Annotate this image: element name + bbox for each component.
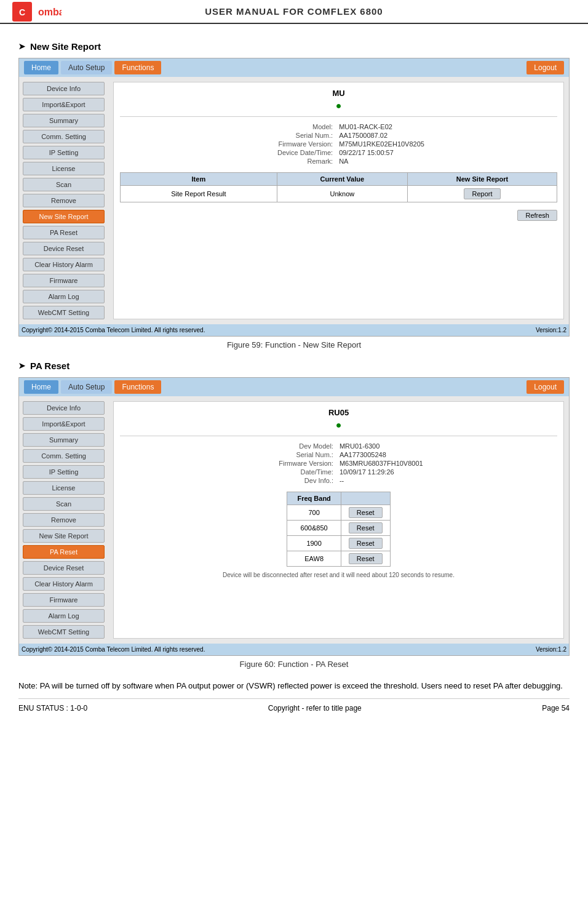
devinfo-value-2: -- bbox=[340, 477, 557, 484]
pa-reset-cell-3: Reset bbox=[341, 551, 390, 567]
pa-col2-header bbox=[341, 492, 390, 505]
remark-label-1: Remark: bbox=[145, 158, 333, 165]
figure-caption-1: Figure 59: Function - New Site Report bbox=[18, 340, 570, 349]
row1-value: Unknow bbox=[277, 186, 407, 202]
functions-btn-2[interactable]: Functions bbox=[114, 380, 161, 394]
home-btn-1[interactable]: Home bbox=[24, 61, 58, 74]
pa-reset-btn-1[interactable]: Reset bbox=[349, 522, 383, 533]
sidebar-new-site-report-2[interactable]: New Site Report bbox=[23, 529, 105, 543]
device2-title: RU05 bbox=[120, 408, 557, 417]
remark-value-1: NA bbox=[339, 158, 557, 165]
sidebar-alarm-log-1[interactable]: Alarm Log bbox=[23, 290, 105, 303]
sidebar-clear-history-2[interactable]: Clear History Alarm bbox=[23, 577, 105, 591]
sidebar-device-reset-2[interactable]: Device Reset bbox=[23, 561, 105, 575]
sidebar-pa-reset-1[interactable]: PA Reset bbox=[23, 226, 105, 239]
pa-note: Device will be disconnected after reset … bbox=[120, 572, 557, 578]
pa-band-2: 1900 bbox=[287, 536, 341, 551]
sidebar-import-export-2[interactable]: Import&Export bbox=[23, 417, 105, 431]
col1-header: Item bbox=[121, 173, 277, 186]
sidebar-license-1[interactable]: License bbox=[23, 162, 105, 175]
sidebar-comm-setting-1[interactable]: Comm. Setting bbox=[23, 130, 105, 143]
page-footer: ENU STATUS : 1-0-0 Copyright - refer to … bbox=[18, 698, 570, 717]
devinfo-label-2: Dev Info.: bbox=[145, 477, 333, 484]
sidebar-summary-2[interactable]: Summary bbox=[23, 433, 105, 447]
col2-header: Current Value bbox=[277, 173, 407, 186]
firmware-label-1: Firmware Version: bbox=[145, 140, 333, 148]
divider-1 bbox=[120, 116, 557, 117]
pa-reset-btn-3[interactable]: Reset bbox=[349, 553, 383, 564]
sidebar-device-reset-1[interactable]: Device Reset bbox=[23, 242, 105, 255]
serial-label-1: Serial Num.: bbox=[145, 132, 333, 139]
serial-label-2: Serial Num.: bbox=[145, 451, 333, 458]
firmware-value-1: M75MU1RKE02EH10V8205 bbox=[339, 140, 557, 148]
sidebar-firmware-1[interactable]: Firmware bbox=[23, 274, 105, 287]
sidebar-clear-history-1[interactable]: Clear History Alarm bbox=[23, 258, 105, 271]
sidebar-remove-2[interactable]: Remove bbox=[23, 513, 105, 527]
sidebar-webcmt-2[interactable]: WebCMT Setting bbox=[23, 625, 105, 639]
pa-table-row: 700Reset bbox=[287, 505, 390, 521]
logo: C omba bbox=[12, 2, 62, 22]
footer-version-2: Version:1.2 bbox=[536, 646, 566, 653]
page-content: New Site Report Home Auto Setup Function… bbox=[0, 24, 588, 724]
sidebar-pa-reset-2[interactable]: PA Reset bbox=[23, 545, 105, 559]
functions-btn-1[interactable]: Functions bbox=[114, 61, 161, 74]
autosetup-btn-2[interactable]: Auto Setup bbox=[61, 380, 112, 394]
sidebar-license-2[interactable]: License bbox=[23, 481, 105, 495]
pa-reset-btn-2[interactable]: Reset bbox=[349, 538, 383, 549]
pa-band-3: EAW8 bbox=[287, 551, 341, 567]
footer-copyright-2: Copyright© 2014-2015 Comba Telecom Limit… bbox=[22, 646, 205, 653]
footer-copy: Copyright - refer to title page bbox=[268, 704, 362, 712]
nav-bar-1: Home Auto Setup Functions Logout bbox=[19, 58, 569, 77]
device2-dot: ● bbox=[120, 420, 557, 431]
pa-reset-btn-0[interactable]: Reset bbox=[349, 507, 383, 518]
sidebar-summary-1[interactable]: Summary bbox=[23, 114, 105, 127]
model-label-1: Model: bbox=[145, 123, 333, 130]
figure-caption-2: Figure 60: Function - PA Reset bbox=[18, 660, 570, 669]
sidebar-device-info-1[interactable]: Device Info bbox=[23, 82, 105, 95]
sidebar-ip-setting-2[interactable]: IP Setting bbox=[23, 465, 105, 479]
sidebar-webcmt-1[interactable]: WebCMT Setting bbox=[23, 306, 105, 319]
footer-status: ENU STATUS : 1-0-0 bbox=[18, 704, 87, 712]
pa-table-body: 700Reset600&850Reset1900ResetEAW8Reset bbox=[287, 505, 390, 567]
pa-col1-header: Freq Band bbox=[287, 492, 341, 505]
autosetup-btn-1[interactable]: Auto Setup bbox=[61, 61, 112, 74]
date-value-1: 09/22/17 15:00:57 bbox=[339, 149, 557, 156]
main-area-1: MU ● Model: MU01-RACK-E02 Serial Num.: A… bbox=[113, 82, 564, 319]
section2-heading: PA Reset bbox=[18, 361, 570, 371]
sidebar-2: Device Info Import&Export Summary Comm. … bbox=[19, 396, 108, 644]
refresh-button[interactable]: Refresh bbox=[517, 210, 557, 221]
page-header: C omba USER MANUAL FOR COMFLEX 6800 bbox=[0, 0, 588, 24]
sidebar-remove-1[interactable]: Remove bbox=[23, 194, 105, 207]
sidebar-scan-1[interactable]: Scan bbox=[23, 178, 105, 191]
section1-heading: New Site Report bbox=[18, 41, 570, 52]
serial-value-1: AA17500087.02 bbox=[339, 132, 557, 139]
sidebar-import-export-1[interactable]: Import&Export bbox=[23, 98, 105, 111]
date-label-1: Device Date/Time: bbox=[145, 149, 333, 156]
sidebar-comm-setting-2[interactable]: Comm. Setting bbox=[23, 449, 105, 463]
firmware-label-2: Firmware Version: bbox=[145, 460, 333, 467]
logout-btn-1[interactable]: Logout bbox=[526, 61, 564, 74]
main-area-2: RU05 ● Dev Model: MRU01-6300 Serial Num.… bbox=[113, 401, 564, 639]
device2-info: Dev Model: MRU01-6300 Serial Num.: AA177… bbox=[120, 442, 557, 484]
col3-header: New Site Report bbox=[407, 173, 557, 186]
logout-btn-2[interactable]: Logout bbox=[526, 380, 564, 394]
home-btn-2[interactable]: Home bbox=[24, 380, 58, 394]
report-cell: Report bbox=[407, 186, 557, 202]
firmware-value-2: M63MRU68037FH10V8001 bbox=[340, 460, 557, 467]
sidebar-scan-2[interactable]: Scan bbox=[23, 497, 105, 511]
sidebar-device-info-2[interactable]: Device Info bbox=[23, 401, 105, 415]
pa-table-row: EAW8Reset bbox=[287, 551, 390, 567]
model-value-1: MU01-RACK-E02 bbox=[339, 123, 557, 130]
pa-table: Freq Band 700Reset600&850Reset1900ResetE… bbox=[287, 492, 390, 567]
screenshot2: Home Auto Setup Functions Logout Device … bbox=[18, 377, 570, 656]
refresh-row: Refresh bbox=[120, 207, 557, 223]
report-button[interactable]: Report bbox=[464, 188, 500, 199]
svg-text:omba: omba bbox=[38, 7, 62, 17]
sidebar-ip-setting-1[interactable]: IP Setting bbox=[23, 146, 105, 159]
nav-bar-2: Home Auto Setup Functions Logout bbox=[19, 378, 569, 396]
sc2-content: Device Info Import&Export Summary Comm. … bbox=[19, 396, 569, 644]
sidebar-firmware-2[interactable]: Firmware bbox=[23, 593, 105, 607]
sc2-footer: Copyright© 2014-2015 Comba Telecom Limit… bbox=[19, 644, 569, 655]
sidebar-alarm-log-2[interactable]: Alarm Log bbox=[23, 609, 105, 623]
sidebar-new-site-report-1[interactable]: New Site Report bbox=[23, 210, 105, 223]
